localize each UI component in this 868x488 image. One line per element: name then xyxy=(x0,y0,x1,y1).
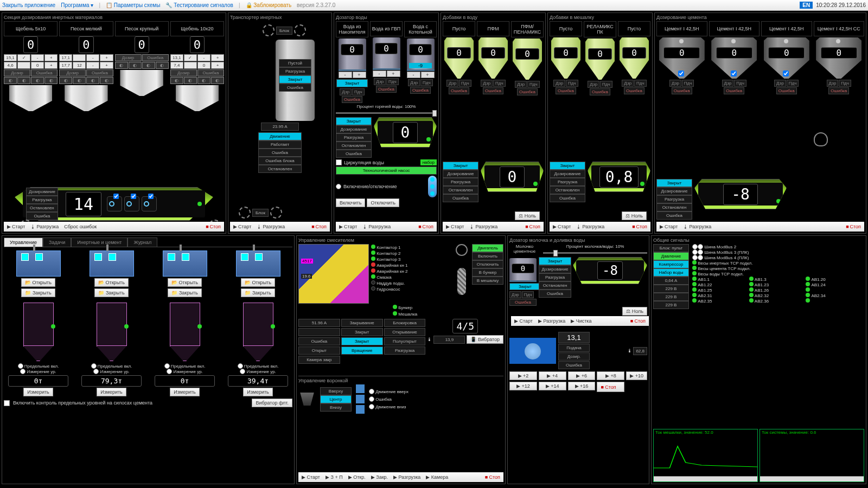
status-Закрыт[interactable]: Закрыт xyxy=(279,75,311,84)
pane-conveyor: Транспортер инертных Блок ПустойРазгрузк… xyxy=(228,12,332,234)
reset-errors-button[interactable]: Сброс ошибок xyxy=(62,224,98,229)
tab-0[interactable]: Управление xyxy=(4,237,43,247)
close-button[interactable]: 📁 Закрыть xyxy=(21,288,55,297)
add-water-btn[interactable]: ▶ +14 xyxy=(539,382,566,390)
camera-icon[interactable] xyxy=(124,196,139,211)
minus-button[interactable]: - xyxy=(339,72,352,78)
otkl-button[interactable]: Отключить xyxy=(367,198,399,207)
stop-button[interactable]: ■ Стоп xyxy=(844,224,863,229)
plus-button[interactable]: + xyxy=(421,72,435,78)
vkl-button[interactable]: Включить xyxy=(336,198,365,207)
unload-button[interactable]: ⭳ Разгрузка xyxy=(255,224,286,229)
engine-btn[interactable]: Включить xyxy=(472,252,503,260)
status-Разгрузка[interactable]: Разгрузка xyxy=(279,67,311,75)
hopper-label: Щебень 5x10 xyxy=(4,21,58,36)
open-button[interactable]: 📂 Открыть xyxy=(21,278,55,287)
mixer-foot-btn[interactable]: ▶ Разгрузка xyxy=(392,474,422,480)
engine-btn[interactable]: Двигатель xyxy=(472,244,503,252)
pane-control: УправлениеЗадачиИнертные и цементЖурнал … xyxy=(2,235,295,484)
plus-button[interactable]: + xyxy=(387,70,400,77)
unload-button[interactable]: ⭳ Разгрузка xyxy=(681,224,713,229)
vibrator-button[interactable]: 📳 Вибратор xyxy=(467,335,503,344)
stop-button[interactable]: ■ Стоп xyxy=(310,224,328,229)
scheme-params-link[interactable]: 📋 Параметры схемы xyxy=(106,2,160,8)
camera-icon[interactable] xyxy=(142,196,157,211)
close-button[interactable]: 📁 Закрыть xyxy=(241,288,275,297)
nol-button[interactable]: ⚖ Ноль xyxy=(622,307,647,316)
tab-3[interactable]: Журнал xyxy=(127,237,157,247)
unload-button[interactable]: ⭳ Разгрузка xyxy=(361,224,392,229)
camera-icon[interactable] xyxy=(107,196,122,211)
pane-cement-dosing: Дозирование цемента Цемент I 42,5Н 0 Дзр… xyxy=(654,12,866,234)
start-button[interactable]: ▶ Старт xyxy=(337,224,359,229)
silo-weight: 0т xyxy=(8,375,68,387)
mixer-foot-btn[interactable]: ▶ Откр. xyxy=(347,474,367,480)
engine-btn[interactable]: В мешалку xyxy=(472,277,503,285)
mixer-foot-btn[interactable]: ▶ З + П xyxy=(324,474,344,480)
open-button[interactable]: 📂 Открыть xyxy=(94,278,129,287)
minus-button[interactable]: - xyxy=(407,72,420,78)
engine-btn[interactable]: Отключить xyxy=(472,260,503,268)
program-menu[interactable]: Программа ▾ xyxy=(61,2,93,8)
stop-button[interactable]: ■ Стоп xyxy=(630,224,649,229)
close-app-link[interactable]: Закрыть приложение xyxy=(2,2,55,8)
signal-test-link[interactable]: 🔧 Тестирование сигналов xyxy=(165,2,233,8)
stop-button[interactable]: ■ Стоп xyxy=(417,224,435,229)
mixer-foot-btn[interactable]: ▶ Старт xyxy=(300,474,322,480)
lock-link[interactable]: 🔒 Заблокировать xyxy=(246,2,292,8)
stop-button[interactable]: ■ Стоп xyxy=(204,224,222,229)
measure-button[interactable]: Измерить xyxy=(23,388,53,396)
measure-button[interactable]: Измерить xyxy=(97,388,126,396)
close-button[interactable]: 📁 Закрыть xyxy=(168,288,201,297)
add-water-btn[interactable]: ▶ +12 xyxy=(509,382,537,390)
nol-button[interactable]: ⚖ Ноль xyxy=(622,211,647,220)
lang-badge[interactable]: EN xyxy=(800,2,813,9)
nol-button[interactable]: ⚖ Ноль xyxy=(515,211,540,220)
minus-button[interactable]: - xyxy=(373,70,386,77)
hopper-value: 0 xyxy=(79,36,93,53)
measure-button[interactable]: Измерить xyxy=(243,388,273,396)
silo-limit-checkbox[interactable] xyxy=(4,400,10,406)
stop-button[interactable]: ■ Стоп xyxy=(597,382,624,392)
open-button[interactable]: 📂 Открыть xyxy=(168,278,202,287)
onoff-radio[interactable] xyxy=(336,184,341,189)
start-button[interactable]: ▶ Старт xyxy=(444,224,465,229)
plus-button[interactable]: + xyxy=(353,72,366,78)
vibrator-filter-button[interactable]: Вибратор флт. xyxy=(252,399,292,407)
tab-1[interactable]: Задачи xyxy=(43,237,71,247)
add-water-btn[interactable]: ▶ +10 xyxy=(626,371,647,380)
status-Пустой[interactable]: Пустой xyxy=(279,59,311,67)
open-button[interactable]: 📂 Открыть xyxy=(241,278,275,287)
hot-water-slider[interactable] xyxy=(336,112,437,114)
add-water-btn[interactable]: ▶ +8 xyxy=(597,371,624,380)
add-water-btn[interactable]: ▶ +6 xyxy=(568,371,596,380)
milk-slider[interactable] xyxy=(543,252,647,254)
add-water-btn[interactable]: ▶ +16 xyxy=(568,382,596,390)
status-Остановлен[interactable]: Остановлен xyxy=(26,204,58,212)
tab-2[interactable]: Инертные и цемент xyxy=(71,237,127,247)
add-water-btn[interactable]: ▶ +4 xyxy=(539,371,566,380)
close-button[interactable]: 📁 Закрыть xyxy=(94,288,128,297)
measure-button[interactable]: Измерить xyxy=(170,388,200,396)
start-button[interactable]: ▶ Старт xyxy=(551,224,572,229)
status-Дозирование[interactable]: Дозирование xyxy=(26,188,58,196)
start-button[interactable]: ▶ Старт xyxy=(658,224,679,229)
mixer-foot-btn[interactable]: ▶ Камера xyxy=(424,474,450,480)
status-Разгрузка[interactable]: Разгрузка xyxy=(26,196,58,204)
unload-button[interactable]: ⭳ Разгрузка xyxy=(575,224,606,229)
status-Ошибка[interactable]: Ошибка xyxy=(279,84,311,92)
engine-btn[interactable]: В бункер xyxy=(472,268,503,277)
circulation-checkbox[interactable] xyxy=(336,159,342,165)
status-Ошибка[interactable]: Ошибка xyxy=(26,212,58,220)
temp-display: 13,9 xyxy=(433,336,465,344)
stop-button[interactable]: ■ Стоп xyxy=(524,224,542,229)
chart-scrollbar[interactable] xyxy=(760,476,864,481)
mixer-foot-btn[interactable]: ■ Стоп xyxy=(483,474,502,480)
start-button[interactable]: ▶ Старт xyxy=(232,224,253,229)
start-button[interactable]: ▶ Старт xyxy=(5,224,27,229)
unload-button[interactable]: ⭳ Разгрузка xyxy=(468,224,499,229)
chart-scrollbar[interactable] xyxy=(654,476,757,481)
mixer-foot-btn[interactable]: ▶ Закр. xyxy=(369,474,390,480)
add-water-btn[interactable]: ▶ +2 xyxy=(509,371,537,380)
unload-button[interactable]: ⭳ Разгрузка xyxy=(29,224,60,229)
